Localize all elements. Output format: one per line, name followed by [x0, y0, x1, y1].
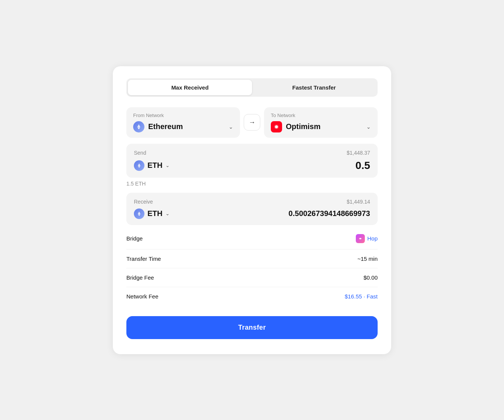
to-network-selector[interactable]: To Network Optimism ⌄	[264, 107, 378, 138]
bridge-fee-value: $0.00	[363, 274, 378, 281]
bridge-value-group[interactable]: Hop	[356, 234, 378, 243]
network-row: From Network Ethereum ⌄ → To	[126, 107, 378, 138]
from-network-name-group: Ethereum	[133, 121, 183, 132]
to-network-name-group: Optimism	[271, 121, 320, 132]
receive-amount-row: ETH ⌄ 0.500267394148669973	[134, 208, 370, 219]
send-token-selector[interactable]: ETH ⌄	[134, 160, 170, 171]
network-fee-row: Network Fee $16.55 · Fast	[126, 287, 378, 306]
send-token-name: ETH	[147, 161, 162, 170]
bridge-label: Bridge	[126, 235, 143, 242]
receive-box: Receive $1,449.14 ETH ⌄ 0.50026739414866…	[126, 193, 378, 225]
balance-hint: 1.5 ETH	[126, 181, 378, 187]
transfer-button[interactable]: Transfer	[126, 316, 378, 339]
send-eth-icon	[134, 160, 144, 171]
mode-toggle: Max Received Fastest Transfer	[126, 78, 378, 97]
svg-point-1	[275, 125, 278, 128]
from-network-label: From Network	[133, 113, 233, 118]
fastest-transfer-toggle[interactable]: Fastest Transfer	[252, 80, 376, 95]
bridge-fee-row: Bridge Fee $0.00	[126, 268, 378, 287]
send-token-chevron: ⌄	[165, 163, 170, 168]
from-network-chevron: ⌄	[229, 124, 233, 130]
send-amount: 0.5	[355, 160, 370, 172]
receive-amount: 0.500267394148669973	[288, 209, 370, 218]
receive-label: Receive	[134, 199, 153, 205]
swap-direction-button[interactable]: →	[244, 114, 260, 131]
network-fee-label: Network Fee	[126, 293, 158, 300]
to-network-label: To Network	[271, 113, 371, 118]
arrow-icon: →	[249, 119, 255, 126]
receive-eth-icon	[134, 208, 144, 219]
to-network-chevron: ⌄	[366, 124, 371, 130]
receive-token-selector[interactable]: ETH ⌄	[134, 208, 170, 219]
transfer-time-value: ~15 min	[357, 256, 378, 262]
transfer-time-label: Transfer Time	[126, 256, 161, 262]
network-fee-value: $16.55 · Fast	[345, 293, 378, 300]
from-network-value: Ethereum ⌄	[133, 121, 233, 132]
info-section: Bridge Hop Transfer Time ~15 min Bridge …	[126, 228, 378, 306]
from-network-name: Ethereum	[148, 122, 183, 131]
bridge-fee-label: Bridge Fee	[126, 274, 154, 281]
optimism-icon	[271, 121, 282, 132]
send-usd: $1,448.37	[347, 150, 370, 156]
max-received-toggle[interactable]: Max Received	[128, 80, 252, 95]
to-network-value: Optimism ⌄	[271, 121, 371, 132]
from-network-selector[interactable]: From Network Ethereum ⌄	[126, 107, 240, 138]
transfer-time-row: Transfer Time ~15 min	[126, 250, 378, 268]
send-label: Send	[134, 150, 146, 156]
bridge-value: Hop	[367, 235, 378, 242]
hop-icon	[356, 234, 365, 243]
bridge-card: Max Received Fastest Transfer From Netwo…	[113, 66, 391, 354]
to-network-name: Optimism	[286, 122, 320, 131]
send-amount-row: ETH ⌄ 0.5	[134, 160, 370, 172]
receive-header: Receive $1,449.14	[134, 199, 370, 205]
send-header: Send $1,448.37	[134, 150, 370, 156]
bridge-row: Bridge Hop	[126, 228, 378, 250]
send-box: Send $1,448.37 ETH ⌄ 0.5	[126, 144, 378, 178]
ethereum-icon	[133, 121, 144, 132]
receive-token-name: ETH	[147, 209, 162, 218]
receive-token-chevron: ⌄	[165, 211, 170, 216]
receive-usd: $1,449.14	[347, 199, 370, 205]
